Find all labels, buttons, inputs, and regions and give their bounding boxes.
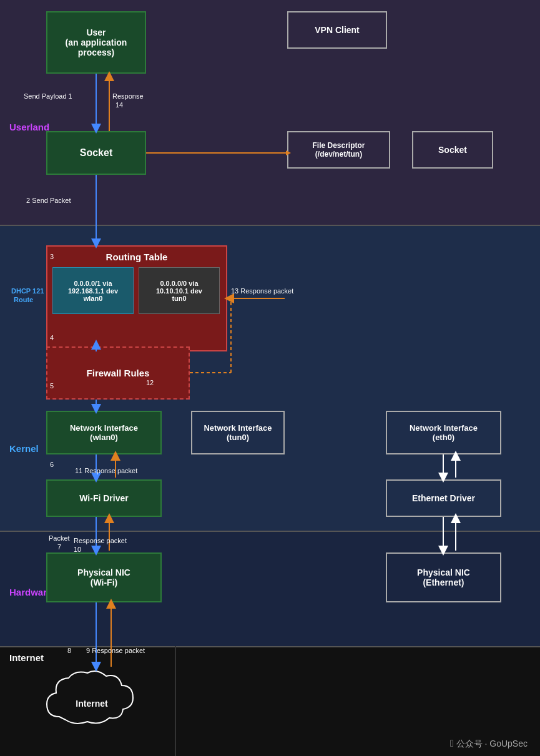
net-if-wlan0-box: Network Interface(wlan0) bbox=[46, 411, 162, 454]
watermark:  公众号 · GoUpSec bbox=[450, 738, 528, 750]
routing-table-box: Routing Table 0.0.0.0/1 via192.168.1.1 d… bbox=[46, 245, 227, 351]
internet-cloud: Internet bbox=[41, 667, 144, 732]
file-descriptor-box: File Descriptor(/dev/net/tun) bbox=[287, 131, 390, 169]
net-if-tun0-box: Network Interface(tun0) bbox=[191, 411, 285, 454]
net-if-eth0-label: Network Interface(eth0) bbox=[410, 423, 478, 442]
socket-vpn-box: Socket bbox=[412, 131, 493, 169]
watermark-icon:  bbox=[450, 738, 454, 749]
kernel-label: Kernel bbox=[9, 443, 39, 454]
user-box: User(an applicationprocess) bbox=[46, 11, 146, 74]
divider-internet-vertical bbox=[175, 646, 176, 756]
nic-wifi-box: Physical NIC(Wi-Fi) bbox=[46, 552, 162, 602]
divider-userland-kernel bbox=[0, 225, 540, 226]
wifi-driver-label: Wi-Fi Driver bbox=[79, 493, 128, 503]
wifi-driver-box: Wi-Fi Driver bbox=[46, 479, 162, 517]
svg-text:Internet: Internet bbox=[76, 699, 108, 709]
net-if-eth0-box: Network Interface(eth0) bbox=[386, 411, 501, 454]
user-label: User(an applicationprocess) bbox=[66, 27, 127, 57]
net-if-tun0-label: Network Interface(tun0) bbox=[204, 423, 272, 442]
userland-label: Userland bbox=[9, 122, 49, 132]
internet-label: Internet bbox=[9, 652, 44, 663]
eth-driver-label: Ethernet Driver bbox=[412, 493, 475, 503]
watermark-text: 公众号 · GoUpSec bbox=[456, 739, 528, 749]
socket-main-box: Socket bbox=[46, 131, 146, 175]
eth-driver-box: Ethernet Driver bbox=[386, 479, 501, 517]
vpn-client-label: VPN Client bbox=[315, 25, 360, 35]
divider-hardware-internet bbox=[0, 646, 540, 647]
vpn-client-box: VPN Client bbox=[287, 11, 387, 49]
socket-main-label: Socket bbox=[80, 147, 112, 159]
routing-table-label: Routing Table bbox=[52, 252, 221, 262]
firewall-rules-label: Firewall Rules bbox=[87, 368, 150, 378]
divider-kernel-hardware bbox=[0, 531, 540, 532]
nic-eth-label: Physical NIC(Ethernet) bbox=[417, 567, 470, 587]
route1-box: 0.0.0.0/1 via192.168.1.1 devwlan0 bbox=[52, 267, 134, 314]
route2-box: 0.0.0.0/0 via10.10.10.1 devtun0 bbox=[139, 267, 220, 314]
nic-wifi-label: Physical NIC(Wi-Fi) bbox=[77, 567, 130, 587]
socket-vpn-label: Socket bbox=[438, 145, 467, 155]
net-if-wlan0-label: Network Interface(wlan0) bbox=[70, 423, 138, 442]
file-descriptor-label: File Descriptor(/dev/net/tun) bbox=[312, 141, 365, 159]
nic-eth-box: Physical NIC(Ethernet) bbox=[386, 552, 501, 602]
firewall-rules-box: Firewall Rules bbox=[46, 346, 190, 400]
